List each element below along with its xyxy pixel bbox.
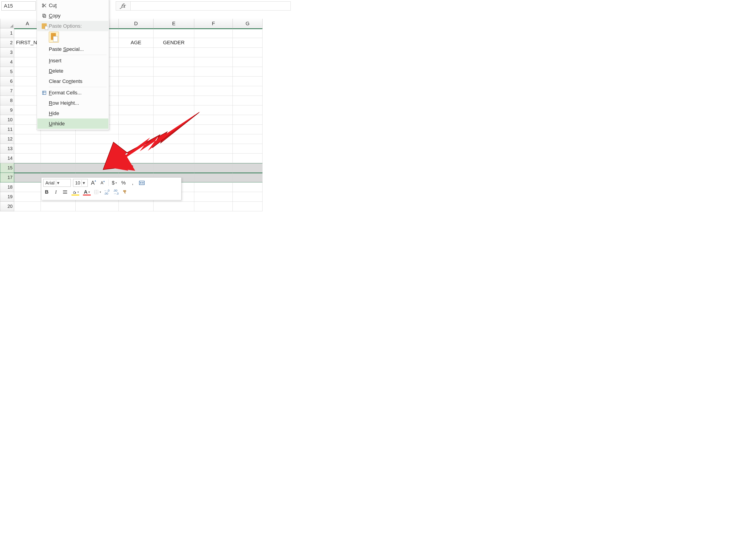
cell-D8[interactable]	[119, 96, 153, 105]
cell-F12[interactable]	[194, 134, 233, 144]
cell-G13[interactable]	[233, 144, 263, 153]
cell-F17[interactable]	[194, 173, 233, 182]
cell-D9[interactable]	[119, 105, 153, 115]
cell-G1[interactable]	[233, 28, 263, 38]
cell-E9[interactable]	[153, 105, 194, 115]
cell-C15[interactable]	[76, 163, 119, 173]
grow-font-button[interactable]: A▴	[90, 179, 97, 187]
row-header-2[interactable]: 2	[0, 38, 14, 48]
cell-A12[interactable]	[14, 134, 41, 144]
cell-F3[interactable]	[194, 48, 233, 57]
cell-G9[interactable]	[233, 105, 263, 115]
menu-hide[interactable]: Hide	[37, 108, 108, 118]
cell-E2[interactable]: GENDER	[153, 38, 194, 48]
cell-B15[interactable]	[41, 163, 76, 173]
cell-D11[interactable]	[119, 125, 153, 134]
cell-C14[interactable]	[76, 153, 119, 163]
cell-E7[interactable]	[153, 86, 194, 96]
cell-D6[interactable]	[119, 76, 153, 86]
row-header-8[interactable]: 8	[0, 96, 14, 105]
paste-option-default[interactable]	[49, 32, 59, 43]
cell-D2[interactable]: AGE	[119, 38, 153, 48]
row-header-3[interactable]: 3	[0, 48, 14, 57]
cell-D5[interactable]	[119, 67, 153, 76]
column-header-F[interactable]: F	[194, 19, 233, 28]
cell-E6[interactable]	[153, 76, 194, 86]
cell-D13[interactable]	[119, 144, 153, 153]
menu-clear-contents[interactable]: Clear Contents	[37, 76, 108, 86]
row-header-5[interactable]: 5	[0, 67, 14, 76]
cell-D7[interactable]	[119, 86, 153, 96]
row-header-14[interactable]: 14	[0, 153, 14, 163]
column-header-D[interactable]: D	[119, 19, 153, 28]
cell-D4[interactable]	[119, 57, 153, 67]
currency-button[interactable]: $	[111, 179, 118, 187]
format-painter-button[interactable]	[122, 188, 129, 196]
cell-F8[interactable]	[194, 96, 233, 105]
cell-F14[interactable]	[194, 153, 233, 163]
cell-F1[interactable]	[194, 28, 233, 38]
cell-A19[interactable]	[14, 192, 41, 202]
row-header-9[interactable]: 9	[0, 105, 14, 115]
cell-C12[interactable]	[76, 134, 119, 144]
fill-color-button[interactable]	[71, 188, 80, 196]
row-header-13[interactable]: 13	[0, 144, 14, 153]
cell-B12[interactable]	[41, 134, 76, 144]
menu-delete[interactable]: Delete	[37, 66, 108, 76]
cell-G11[interactable]	[233, 125, 263, 134]
cell-B20[interactable]	[41, 202, 76, 211]
row-header-1[interactable]: 1	[0, 28, 14, 38]
decrease-decimal-button[interactable]: ←.0.00	[103, 188, 110, 196]
cell-D14[interactable]	[119, 153, 153, 163]
cell-F10[interactable]	[194, 115, 233, 125]
menu-cut[interactable]: Cut	[37, 0, 108, 11]
cell-D15[interactable]	[119, 163, 153, 173]
row-header-15[interactable]: 15	[0, 163, 14, 173]
fx-icon[interactable]: 𝑓𝑥	[116, 1, 130, 11]
cell-G7[interactable]	[233, 86, 263, 96]
cell-E14[interactable]	[153, 153, 194, 163]
cell-F13[interactable]	[194, 144, 233, 153]
cell-G2[interactable]	[233, 38, 263, 48]
row-header-7[interactable]: 7	[0, 86, 14, 96]
cell-G20[interactable]	[233, 202, 263, 211]
menu-insert[interactable]: Insert	[37, 55, 108, 66]
cell-E10[interactable]	[153, 115, 194, 125]
cell-D10[interactable]	[119, 115, 153, 125]
cell-G6[interactable]	[233, 76, 263, 86]
cell-D3[interactable]	[119, 48, 153, 57]
row-header-12[interactable]: 12	[0, 134, 14, 144]
formula-bar[interactable]	[130, 1, 291, 11]
cell-D20[interactable]	[119, 202, 153, 211]
cell-F15[interactable]	[194, 163, 233, 173]
cell-G19[interactable]	[233, 192, 263, 202]
cell-G8[interactable]	[233, 96, 263, 105]
cell-E13[interactable]	[153, 144, 194, 153]
cell-F9[interactable]	[194, 105, 233, 115]
menu-paste-special[interactable]: Paste Special...	[37, 44, 108, 54]
cell-F18[interactable]	[194, 182, 233, 192]
cell-E8[interactable]	[153, 96, 194, 105]
cell-G5[interactable]	[233, 67, 263, 76]
cell-B14[interactable]	[41, 153, 76, 163]
row-header-19[interactable]: 19	[0, 192, 14, 202]
font-name-combo[interactable]: Arial▾	[43, 179, 71, 187]
cell-E15[interactable]	[153, 163, 194, 173]
row-header-20[interactable]: 20	[0, 202, 14, 211]
cell-E5[interactable]	[153, 67, 194, 76]
font-size-combo[interactable]: 10▾	[73, 179, 88, 187]
cell-F11[interactable]	[194, 125, 233, 134]
cell-F20[interactable]	[194, 202, 233, 211]
cell-A14[interactable]	[14, 153, 41, 163]
menu-row-height[interactable]: Row Height...	[37, 98, 108, 108]
row-header-4[interactable]: 4	[0, 57, 14, 67]
menu-unhide[interactable]: Unhide	[37, 118, 108, 129]
cell-E3[interactable]	[153, 48, 194, 57]
column-header-E[interactable]: E	[153, 19, 194, 28]
row-header-10[interactable]: 10	[0, 115, 14, 125]
column-header-G[interactable]: G	[233, 19, 263, 28]
cell-D12[interactable]	[119, 134, 153, 144]
row-header-18[interactable]: 18	[0, 182, 14, 192]
row-header-17[interactable]: 17	[0, 173, 14, 182]
cell-F4[interactable]	[194, 57, 233, 67]
